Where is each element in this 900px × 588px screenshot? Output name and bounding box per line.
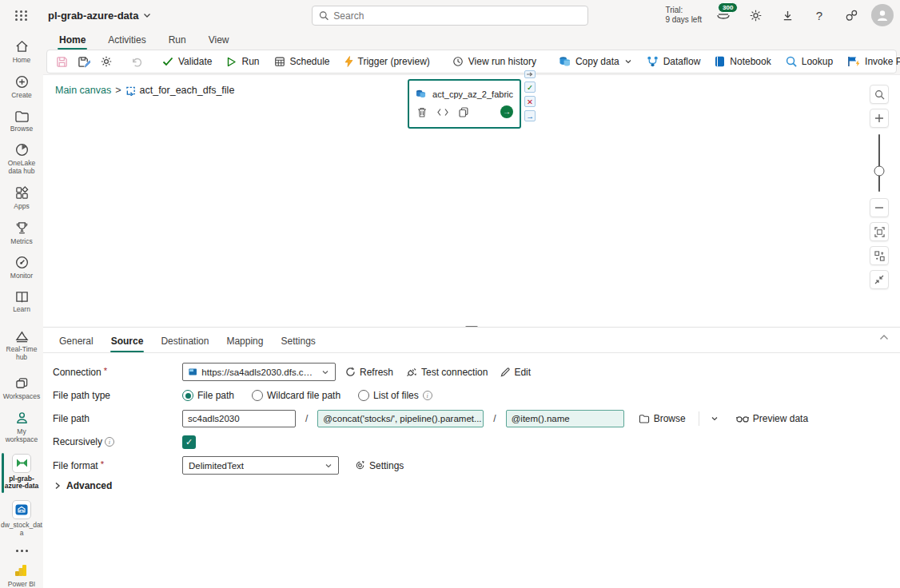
schedule-button[interactable]: Schedule: [268, 53, 337, 70]
breadcrumb-main-canvas-link[interactable]: Main canvas: [55, 85, 111, 96]
radio-list-of-files[interactable]: List of files i: [358, 390, 432, 401]
global-search[interactable]: [312, 6, 588, 26]
waffle-menu-icon[interactable]: [0, 0, 43, 30]
save-as-button[interactable]: [74, 53, 94, 71]
sidebar-item-workspaces[interactable]: Workspaces: [0, 373, 43, 407]
radio-selected-icon: [182, 390, 193, 401]
pipeline-settings-button[interactable]: [96, 52, 117, 71]
sidebar-item-pl-grab-azure-data[interactable]: pl-grab-azure-data: [0, 450, 43, 497]
format-settings-button[interactable]: Settings: [352, 459, 407, 473]
skip-arrow-icon: [527, 72, 533, 77]
more-workspaces-button[interactable]: [16, 543, 28, 558]
view-run-history-button[interactable]: View run history: [446, 53, 543, 70]
chevron-down-icon: [321, 368, 329, 376]
connection-dropdown[interactable]: https://sa4adls2030.dfs.core.wind...: [182, 363, 336, 381]
validate-button[interactable]: Validate: [156, 53, 218, 70]
copy-data-button[interactable]: Copy data: [552, 53, 639, 70]
sidebar-item-my-workspace[interactable]: My workspace: [0, 407, 43, 450]
sidebar-item-create[interactable]: Create: [0, 70, 43, 105]
browse-button[interactable]: Browse: [635, 411, 689, 426]
zoom-slider-knob[interactable]: [874, 166, 885, 177]
gear-icon: [100, 55, 113, 68]
sidebar-item-real-time-hub[interactable]: Real-Time hub: [0, 326, 43, 368]
copy-activity-node[interactable]: act_cpy_az_2_fabric →: [408, 79, 521, 129]
sidebar-item-browse[interactable]: Browse: [0, 105, 43, 139]
run-button[interactable]: Run: [220, 53, 265, 70]
zoom-slider[interactable]: [878, 134, 880, 192]
dataflow-button[interactable]: Dataflow: [640, 53, 707, 70]
chevron-up-icon: [879, 334, 889, 340]
tab-view[interactable]: View: [199, 32, 239, 50]
chevron-down-icon: [711, 415, 719, 423]
on-success-port[interactable]: ✓: [524, 81, 536, 93]
zoom-in-button[interactable]: [870, 109, 889, 128]
trigger-button[interactable]: Trigger (preview): [338, 53, 436, 70]
collapse-panel-button[interactable]: [879, 334, 889, 340]
sidebar-item-monitor[interactable]: Monitor: [0, 251, 43, 286]
advanced-section-toggle[interactable]: Advanced: [54, 480, 890, 491]
radio-wildcard-file-path[interactable]: Wildcard file path: [252, 390, 340, 401]
radio-file-path[interactable]: File path: [182, 390, 234, 401]
breadcrumb-activity-name[interactable]: act_for_each_dfs_file: [140, 85, 235, 96]
zoom-out-button[interactable]: [870, 198, 889, 217]
preview-data-button[interactable]: Preview data: [733, 411, 811, 426]
file-path-directory-input[interactable]: @concat('stocks/', pipeline().paramet...: [317, 410, 484, 427]
file-format-dropdown[interactable]: DelimitedText: [182, 456, 339, 475]
browse-options-chevron[interactable]: [709, 413, 720, 424]
file-path-container-input[interactable]: sc4adls2030: [182, 410, 296, 427]
sidebar-item-power-bi[interactable]: Power BI: [0, 558, 43, 588]
clone-activity-button[interactable]: [457, 105, 470, 118]
sidebar-item-home[interactable]: Home: [0, 35, 43, 70]
tab-home[interactable]: Home: [50, 32, 95, 50]
tab-run[interactable]: Run: [159, 32, 196, 50]
sidebar-item-apps[interactable]: Apps: [0, 181, 43, 217]
save-button[interactable]: [52, 53, 72, 71]
download-button[interactable]: [775, 3, 799, 27]
file-format-value: DelimitedText: [189, 461, 244, 471]
tab-settings[interactable]: Settings: [273, 332, 323, 352]
undo-button[interactable]: [126, 53, 146, 71]
auto-align-button[interactable]: [870, 246, 889, 265]
notebook-button[interactable]: Notebook: [708, 53, 777, 70]
delete-activity-button[interactable]: [416, 105, 428, 118]
on-completion-port[interactable]: →: [524, 110, 536, 121]
connection-label: Connection*: [53, 367, 182, 378]
preview-glasses-icon: [736, 415, 749, 423]
test-connection-button[interactable]: Test connection: [403, 365, 491, 379]
trial-points-button[interactable]: 300: [711, 3, 735, 27]
zoom-to-fit-button[interactable]: [870, 222, 889, 241]
invoke-pipeline-button[interactable]: Invoke Pipeline: [841, 53, 900, 70]
zoom-search-button[interactable]: [870, 85, 889, 104]
tab-general[interactable]: General: [51, 332, 102, 352]
collapse-canvas-button[interactable]: [870, 270, 889, 289]
file-path-row: File path sc4adls2030 / @concat('stocks/…: [53, 410, 890, 427]
plug-icon: [406, 368, 417, 377]
tab-activities[interactable]: Activities: [98, 32, 155, 50]
sidebar-item-dw-stock-data[interactable]: dw_stock_data: [0, 496, 43, 543]
on-skip-port[interactable]: [524, 70, 536, 78]
feedback-button[interactable]: [839, 3, 863, 27]
refresh-button[interactable]: Refresh: [342, 365, 396, 379]
sidebar-item-metrics[interactable]: Metrics: [0, 217, 43, 252]
sidebar-item-learn[interactable]: Learn: [0, 286, 43, 320]
edit-connection-button[interactable]: Edit: [497, 365, 534, 379]
activity-output-ports: ✓ ✕ →: [524, 70, 536, 121]
trophy-icon: [14, 220, 30, 236]
recursively-checkbox[interactable]: ✓: [182, 435, 196, 449]
folder-icon: [14, 109, 30, 123]
user-avatar[interactable]: [871, 4, 894, 26]
view-code-button[interactable]: [436, 105, 449, 118]
sidebar-item-onelake-data-hub[interactable]: OneLake data hub: [0, 138, 43, 181]
on-failure-port[interactable]: ✕: [524, 96, 536, 107]
pipeline-title-menu[interactable]: pl-grab-azure-data: [48, 10, 151, 22]
activity-go-button[interactable]: →: [500, 105, 513, 118]
tab-source[interactable]: Source: [103, 332, 152, 352]
tab-mapping[interactable]: Mapping: [218, 332, 271, 352]
help-button[interactable]: ?: [807, 3, 831, 27]
search-input[interactable]: [333, 10, 581, 22]
lookup-button[interactable]: Lookup: [779, 53, 839, 70]
pipeline-canvas[interactable]: Main canvas > act_for_each_dfs_file act_…: [43, 74, 900, 327]
settings-button[interactable]: [743, 3, 767, 27]
file-path-filename-input[interactable]: @item().name: [506, 410, 624, 427]
tab-destination[interactable]: Destination: [153, 332, 217, 352]
